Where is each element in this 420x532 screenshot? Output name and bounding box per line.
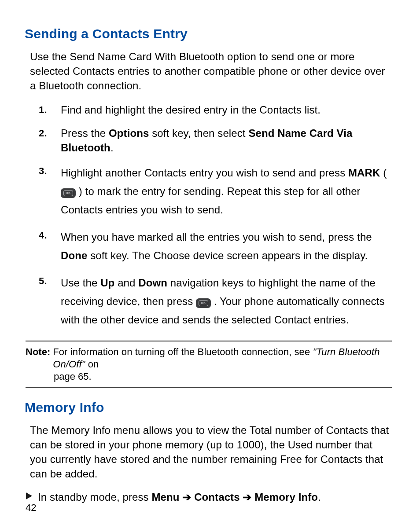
note-divider-bottom xyxy=(26,387,392,388)
step-text: Press the Options soft key, then select … xyxy=(61,126,392,155)
intro-paragraph-1: Use the Send Name Card With Bluetooth op… xyxy=(30,49,392,93)
step-number: 3. xyxy=(39,164,61,219)
step-text: Use the Up and Down navigation keys to h… xyxy=(61,274,392,329)
step-item: 4.When you have marked all the entries y… xyxy=(39,228,392,265)
step-text: Highlight another Contacts entry you wis… xyxy=(61,164,392,219)
step-number: 1. xyxy=(39,103,61,117)
section-heading-sending: Sending a Contacts Entry xyxy=(25,26,394,41)
svg-marker-0 xyxy=(26,492,32,499)
step-text-run: soft key, then select xyxy=(149,127,248,139)
step-text-run: soft key. The Choose device screen appea… xyxy=(87,249,368,261)
note-body: For information on turning off the Bluet… xyxy=(53,346,392,371)
ok-button-icon: OK xyxy=(196,298,211,308)
step-number: 4. xyxy=(39,228,61,265)
bullet-pre: In standby mode, press xyxy=(38,491,151,503)
page-number: 42 xyxy=(26,502,36,514)
step-text-run: and xyxy=(114,277,138,289)
note-divider-top xyxy=(26,341,392,341)
bullet-text: In standby mode, press Menu ➔ Contacts ➔… xyxy=(38,490,321,504)
step-text-run: . xyxy=(111,142,114,154)
step-item: 5.Use the Up and Down navigation keys to… xyxy=(39,274,392,329)
triangle-bullet-icon xyxy=(26,492,33,502)
note-text-1: For information on turning off the Bluet… xyxy=(53,346,313,357)
ordered-steps-list: 1.Find and highlight the desired entry i… xyxy=(26,103,394,329)
step-text: Find and highlight the desired entry in … xyxy=(61,103,392,117)
step-text-run: Highlight another Contacts entry you wis… xyxy=(61,167,348,179)
memory-info-label: Memory Info xyxy=(254,491,318,503)
step-text-run: Press the xyxy=(61,127,109,139)
intro-paragraph-2: The Memory Info menu allows you to view … xyxy=(30,423,392,481)
step-item: 2.Press the Options soft key, then selec… xyxy=(39,126,392,155)
step-text-run: ) to mark the entry for sending. Repeat … xyxy=(61,185,361,216)
bullet-dot: . xyxy=(318,491,321,503)
ui-label-bold: MARK xyxy=(348,167,380,179)
ui-label-bold: Done xyxy=(61,249,87,261)
bullet-instruction: In standby mode, press Menu ➔ Contacts ➔… xyxy=(26,490,394,504)
step-item: 3.Highlight another Contacts entry you w… xyxy=(39,164,392,219)
ui-label-bold: Down xyxy=(138,277,167,289)
step-text-run: When you have marked all the entries you… xyxy=(61,231,372,243)
ok-button-icon: OK xyxy=(61,188,76,198)
breadcrumb-arrow-2: ➔ xyxy=(240,491,255,503)
note-tail: on xyxy=(85,359,99,370)
step-text-run: Find and highlight the desired entry in … xyxy=(61,104,321,116)
section-heading-memory: Memory Info xyxy=(25,400,394,415)
step-text: When you have marked all the entries you… xyxy=(61,228,392,265)
note-label: Note: xyxy=(26,346,50,371)
step-item: 1.Find and highlight the desired entry i… xyxy=(39,103,392,117)
step-number: 5. xyxy=(39,274,61,329)
note-text-line2: page 65. xyxy=(54,371,394,383)
step-number: 2. xyxy=(39,126,61,155)
ui-label-bold: Options xyxy=(109,127,149,139)
menu-label: Menu xyxy=(151,491,179,503)
breadcrumb-arrow-1: ➔ xyxy=(180,491,195,503)
contacts-label: Contacts xyxy=(194,491,239,503)
step-text-run: ( xyxy=(380,167,387,179)
ui-label-bold: Up xyxy=(100,277,114,289)
step-text-run: Use the xyxy=(61,277,100,289)
note-block: Note: For information on turning off the… xyxy=(26,346,392,371)
